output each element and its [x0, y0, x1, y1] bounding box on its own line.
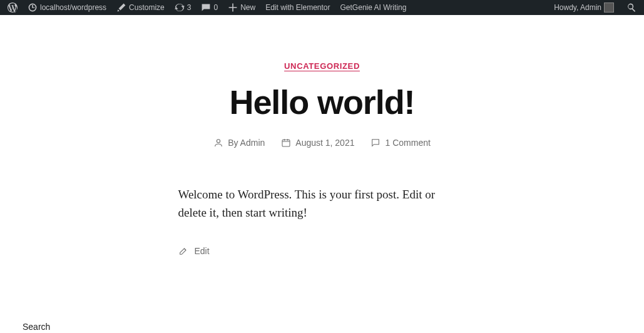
search-icon — [626, 3, 636, 13]
comment-bubble-icon — [371, 138, 381, 148]
person-icon — [213, 138, 223, 148]
customize-label: Customize — [129, 3, 165, 12]
comment-icon — [201, 3, 211, 13]
site-name-label: localhost/wordpress — [40, 3, 106, 12]
post-header: Uncategorized Hello world! By Admin Augu… — [122, 60, 523, 148]
category-link[interactable]: Uncategorized — [284, 61, 360, 71]
dashboard-icon — [28, 3, 38, 13]
post-title: Hello world! — [122, 83, 523, 121]
svg-point-0 — [217, 140, 220, 143]
edit-label: Edit — [195, 246, 210, 256]
updates-link[interactable]: 3 — [170, 0, 197, 15]
edit-elementor-label: Edit with Elementor — [265, 3, 330, 12]
edit-icon — [178, 246, 188, 256]
meta-date: August 1, 2021 — [281, 138, 354, 148]
edit-elementor-link[interactable]: Edit with Elementor — [260, 0, 335, 15]
wp-admin-bar: localhost/wordpress Customize 3 0 New — [0, 0, 644, 15]
comments-link[interactable]: 0 — [196, 0, 223, 15]
plus-icon — [228, 3, 238, 13]
site-name-menu[interactable]: localhost/wordpress — [23, 0, 111, 15]
date-text: August 1, 2021 — [295, 138, 354, 148]
new-label: New — [240, 3, 255, 12]
post-content: Welcome to WordPress. This is your first… — [178, 185, 466, 222]
author-link[interactable]: Admin — [240, 138, 265, 148]
getgenie-label: GetGenie AI Writing — [340, 3, 407, 12]
meta-comments[interactable]: 1 Comment — [371, 138, 430, 148]
customize-link[interactable]: Customize — [111, 0, 170, 15]
comments-text: 1 Comment — [385, 138, 430, 148]
new-content-menu[interactable]: New — [223, 0, 260, 15]
account-menu[interactable]: Howdy, Admin — [549, 0, 619, 15]
avatar — [604, 3, 614, 13]
post-body: Welcome to WordPress. This is your first… — [178, 185, 466, 222]
updates-count: 3 — [187, 3, 192, 12]
author-text: By Admin — [228, 138, 265, 148]
calendar-icon — [281, 138, 291, 148]
brush-icon — [116, 3, 126, 13]
meta-author: By Admin — [213, 138, 265, 148]
getgenie-link[interactable]: GetGenie AI Writing — [335, 0, 412, 15]
site-content: Uncategorized Hello world! By Admin Augu… — [0, 15, 644, 256]
svg-rect-1 — [282, 140, 290, 146]
search-toggle[interactable] — [621, 0, 641, 15]
update-icon — [175, 3, 185, 13]
wordpress-icon — [8, 3, 18, 13]
wp-logo-menu[interactable] — [3, 0, 23, 15]
edit-post-link[interactable]: Edit — [178, 246, 466, 256]
howdy-label: Howdy, Admin — [554, 3, 601, 12]
comments-count: 0 — [213, 3, 218, 12]
post-meta: By Admin August 1, 2021 1 Comment — [122, 138, 523, 148]
